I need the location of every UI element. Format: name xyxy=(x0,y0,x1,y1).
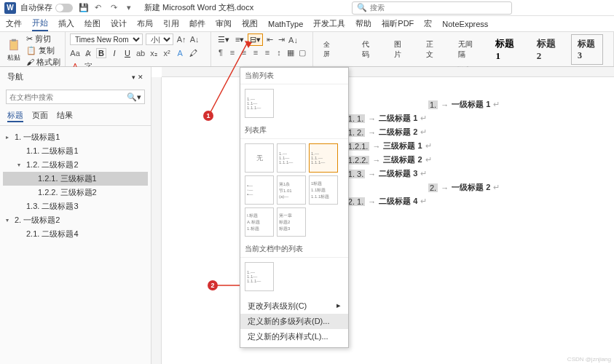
list-preview[interactable]: 1.—1.1—1.1.1— xyxy=(245,89,274,118)
full-screen[interactable]: 全屏 xyxy=(323,40,334,59)
undo-icon[interactable]: ↶ xyxy=(95,3,105,13)
list-preview[interactable]: 1.—1.1—1.1.1— xyxy=(277,143,306,173)
heading-sub[interactable]: • 1.2.1.→三级标题 1↵ xyxy=(341,141,614,151)
cut-button[interactable]: ✂ 剪切 xyxy=(26,33,60,44)
heading-sub[interactable]: • 2. 1.→二级标题 4↵ xyxy=(341,196,614,207)
format-painter-button[interactable]: 🖌 格式刷 xyxy=(26,57,60,68)
sort-icon[interactable]: A↓ xyxy=(288,35,298,45)
nav-search[interactable]: 🔍▾ xyxy=(6,90,145,104)
heading-1[interactable]: 1.→一级标题 1↵ xyxy=(428,99,614,110)
define-new-list-style[interactable]: 定义新的列表样式(L)... xyxy=(240,329,348,344)
change-case-icon[interactable]: Aa xyxy=(70,48,80,58)
style-body[interactable]: 正文 xyxy=(420,36,444,63)
list-preview[interactable]: 1标题1.1标题1.1.1标题 xyxy=(309,175,338,205)
search-box[interactable]: 🔍 xyxy=(352,1,512,15)
align-right-icon[interactable]: ≡ xyxy=(251,47,261,58)
tab-view[interactable]: 视图 xyxy=(242,17,258,31)
multilevel-list-button[interactable]: ⊟▾ xyxy=(248,33,263,46)
list-preview[interactable]: 第一章标题2标题3 xyxy=(277,207,306,237)
nav-tab-headings[interactable]: 标题 xyxy=(7,110,23,122)
increase-indent-icon[interactable]: ⇥ xyxy=(276,35,286,45)
number-list-button[interactable]: ≡▾ xyxy=(233,33,246,46)
autosave-toggle[interactable]: 自动保存 xyxy=(20,2,73,13)
decrease-font-icon[interactable]: A↓ xyxy=(189,34,200,44)
nav-tab-pages[interactable]: 页面 xyxy=(32,110,48,122)
decrease-indent-icon[interactable]: ⇤ xyxy=(264,35,275,45)
tree-item[interactable]: 1.1. 二级标题1 xyxy=(3,144,148,158)
tab-developer[interactable]: 开发工具 xyxy=(313,17,345,31)
tree-item[interactable]: ▸1. 一级标题1 xyxy=(3,130,148,144)
tab-references[interactable]: 引用 xyxy=(163,17,179,31)
tree-item[interactable]: ▾2. 一级标题2 xyxy=(3,213,148,227)
style-pic[interactable]: 图片 xyxy=(387,36,412,63)
tree-item[interactable]: 1.2.1. 三级标题1 xyxy=(3,172,148,186)
tab-mail[interactable]: 邮件 xyxy=(189,17,205,31)
list-preview[interactable]: 1.—1.1.—1.1.1— xyxy=(309,143,338,173)
tab-help[interactable]: 帮助 xyxy=(355,17,371,31)
copy-button[interactable]: 📋 复制 xyxy=(26,45,60,56)
vertical-ruler[interactable] xyxy=(151,77,162,364)
style-h2[interactable]: 标题 2 xyxy=(530,33,564,66)
superscript-icon[interactable]: x² xyxy=(162,48,172,58)
show-marks-icon[interactable]: ¶ xyxy=(216,47,226,58)
style-code[interactable]: 代码 xyxy=(355,36,380,63)
nav-tab-results[interactable]: 结果 xyxy=(57,110,73,122)
heading-1[interactable]: 2.→一级标题 2↵ xyxy=(428,182,614,193)
search-input[interactable] xyxy=(370,4,507,12)
style-h3[interactable]: 标题 3 xyxy=(571,34,603,65)
tree-item[interactable]: 1.3. 二级标题3 xyxy=(3,199,148,213)
tab-file[interactable]: 文件 xyxy=(6,17,22,31)
text-effects-icon[interactable]: A xyxy=(175,48,185,58)
heading-sub[interactable]: • 1. 1.→二级标题 1↵ xyxy=(341,113,614,124)
borders-icon[interactable]: ▢ xyxy=(297,47,307,58)
define-new-multilevel[interactable]: 定义新的多级列表(D)... xyxy=(240,314,348,329)
chevron-down-icon[interactable]: ▾ xyxy=(127,3,137,13)
change-list-level[interactable]: 更改列表级别(C)▸ xyxy=(240,298,348,314)
tree-item[interactable]: 1.2.2. 三级标题2 xyxy=(3,186,148,199)
bold-icon[interactable]: B xyxy=(96,48,106,58)
toggle-switch[interactable] xyxy=(55,4,73,12)
bullet-list-button[interactable]: ☰▾ xyxy=(216,33,232,46)
tab-insert[interactable]: 插入 xyxy=(58,17,74,31)
font-name-select[interactable]: Times New Roman xyxy=(70,33,143,45)
list-preview[interactable]: •—◦—▪— xyxy=(245,175,274,205)
redo-icon[interactable]: ↷ xyxy=(111,3,121,13)
tab-layout[interactable]: 布局 xyxy=(137,17,153,31)
nav-close-icon[interactable]: ▾ ✕ xyxy=(132,74,143,81)
tab-foxit[interactable]: 福昕PDF xyxy=(382,17,414,31)
list-preview[interactable]: 第1条节1.01(a)— xyxy=(277,175,306,205)
heading-sub[interactable]: • 1. 3.→二级标题 3↵ xyxy=(341,168,614,179)
tab-review[interactable]: 审阅 xyxy=(216,17,232,31)
italic-icon[interactable]: I xyxy=(109,48,119,58)
list-none[interactable]: 无 xyxy=(245,143,274,173)
paste-button[interactable]: 粘贴 xyxy=(4,37,23,64)
page-content[interactable]: 1.→一级标题 1↵• 1. 1.→二级标题 1↵• 1. 2.→二级标题 2↵… xyxy=(341,96,614,210)
style-nospace[interactable]: 无间隔 xyxy=(452,36,482,63)
nav-search-input[interactable] xyxy=(9,93,127,101)
heading-sub[interactable]: • 1.2.2.→三级标题 2↵ xyxy=(341,154,614,165)
tab-mathtype[interactable]: MathType xyxy=(268,18,303,30)
font-size-select[interactable]: 小四 xyxy=(146,33,173,45)
justify-icon[interactable]: ≡ xyxy=(262,47,272,58)
underline-icon[interactable]: U xyxy=(122,48,133,58)
tree-item[interactable]: 2.1. 二级标题4 xyxy=(3,227,148,241)
subscript-icon[interactable]: x₂ xyxy=(149,48,159,58)
clear-format-icon[interactable]: A̷ xyxy=(83,48,93,58)
tab-design[interactable]: 设计 xyxy=(111,17,127,31)
tab-draw[interactable]: 绘图 xyxy=(84,17,101,31)
tab-home[interactable]: 开始 xyxy=(32,16,48,31)
strike-icon[interactable]: ab xyxy=(135,48,146,58)
save-icon[interactable]: 💾 xyxy=(79,3,89,13)
highlight-icon[interactable]: 🖍 xyxy=(188,48,198,58)
shading-icon[interactable]: ▦ xyxy=(286,47,296,58)
increase-font-icon[interactable]: A↑ xyxy=(176,34,186,44)
heading-sub[interactable]: • 1. 2.→二级标题 2↵ xyxy=(341,127,614,138)
align-left-icon[interactable]: ≡ xyxy=(227,47,237,58)
tab-noteexpress[interactable]: NoteExpress xyxy=(442,18,488,30)
search-icon[interactable]: 🔍▾ xyxy=(127,92,141,102)
align-center-icon[interactable]: ≡ xyxy=(239,47,249,58)
horizontal-ruler[interactable] xyxy=(162,67,614,77)
list-preview[interactable]: 1.—1.1—1.1.1— xyxy=(245,262,274,291)
tab-macro[interactable]: 宏 xyxy=(424,17,432,31)
tree-item[interactable]: ▾1.2. 二级标题2 xyxy=(3,158,148,172)
